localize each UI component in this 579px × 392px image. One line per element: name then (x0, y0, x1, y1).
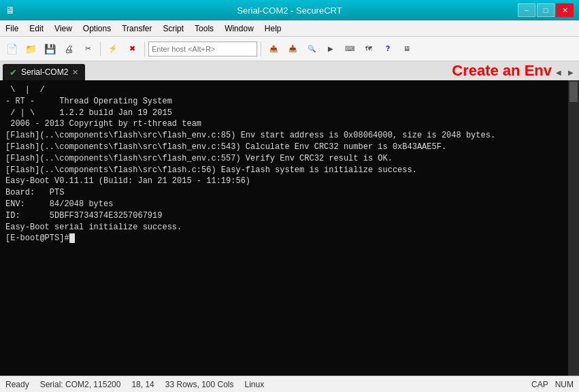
toolbar-help[interactable]: ? (379, 40, 397, 58)
menu-script[interactable]: Script (157, 20, 189, 36)
menu-options[interactable]: Options (78, 20, 116, 36)
terminal-line: [Flash](..\components\flash\src\flash_en… (5, 153, 561, 165)
terminal-cursor (69, 233, 75, 243)
toolbar-find[interactable]: 🔍 (303, 40, 320, 58)
status-cap: CAP (531, 380, 548, 389)
toolbar-map[interactable]: 🗺 (360, 40, 378, 58)
tab-checkmark: ✔ (10, 67, 17, 78)
status-ready: Ready (5, 380, 29, 389)
status-os: Linux (245, 380, 265, 389)
toolbar-open[interactable]: 📁 (22, 40, 39, 58)
toolbar-screen[interactable]: 🖥 (398, 40, 416, 58)
terminal-line: Easy-Boot V0.11.11 (Bulid: Jan 21 2015 -… (5, 176, 561, 187)
toolbar-connect[interactable]: ⚡ (104, 40, 122, 58)
toolbar-keys[interactable]: ⌨ (341, 40, 359, 58)
tab-bar: ✔ Serial-COM2 ✕ Create an Env ◀ ▶ (0, 61, 579, 80)
toolbar-print[interactable]: 🖨 (60, 40, 78, 58)
menu-window[interactable]: Window (219, 20, 259, 36)
toolbar-sep-2 (144, 42, 145, 56)
tab-nav-right[interactable]: ▶ (565, 67, 576, 78)
toolbar-disconnect[interactable]: ✖ (123, 40, 141, 58)
tab-label: Serial-COM2 (21, 67, 68, 77)
terminal-line: ID: 5DBFF3734374E3257067919 (5, 210, 561, 222)
scroll-thumb (569, 82, 578, 102)
terminal-line: / | \ 1.2.2 build Jan 19 2015 (5, 108, 561, 119)
terminal-line: - RT - Thread Operating System (5, 96, 561, 108)
scrollbar[interactable] (568, 80, 579, 376)
toolbar-sep-1 (100, 42, 101, 56)
title-bar: 🖥 Serial-COM2 - SecureCRT − □ ✕ (0, 0, 579, 20)
status-bar: Ready Serial: COM2, 115200 18, 14 33 Row… (0, 376, 579, 392)
menu-tools[interactable]: Tools (189, 20, 219, 36)
status-serial: Serial: COM2, 115200 (40, 380, 121, 389)
status-num: NUM (555, 380, 574, 389)
menu-edit[interactable]: Edit (24, 20, 49, 36)
terminal-area[interactable]: \ | /- RT - Thread Operating System / | … (0, 80, 579, 376)
status-row: 18, 14 (131, 380, 154, 389)
create-env-label: Create an Env (452, 61, 552, 80)
tab-nav-left[interactable]: ◀ (553, 67, 564, 78)
toolbar-sep-3 (261, 42, 261, 56)
title-bar-controls: − □ ✕ (518, 3, 574, 17)
toolbar-new[interactable]: 📄 (3, 40, 20, 58)
window-title: Serial-COM2 - SecureCRT (0, 5, 579, 16)
terminal-line: [E-boot@PTS]# (5, 233, 561, 244)
toolbar-sftp2[interactable]: 📥 (284, 40, 301, 58)
menu-file[interactable]: File (0, 20, 24, 36)
terminal-line: [Flash](..\components\flash\src\flash.c:… (5, 165, 561, 176)
toolbar-sftp[interactable]: 📤 (265, 40, 282, 58)
maximize-button[interactable]: □ (537, 3, 555, 17)
terminal-line: \ | / (5, 84, 561, 96)
menu-bar: File Edit View Options Transfer Script T… (0, 20, 579, 37)
status-right: CAP NUM (531, 380, 574, 389)
tab-nav: ◀ ▶ (553, 67, 576, 78)
host-input[interactable] (148, 42, 257, 56)
app-icon: 🖥 (5, 5, 15, 16)
menu-transfer[interactable]: Transfer (116, 20, 157, 36)
terminal-line: Board: PTS (5, 187, 561, 199)
terminal-line: [Flash](..\components\flash\src\flash_en… (5, 142, 561, 153)
toolbar-cut[interactable]: ✂ (79, 40, 97, 58)
tab-close-icon[interactable]: ✕ (72, 68, 78, 77)
minimize-button[interactable]: − (518, 3, 535, 17)
toolbar-macro[interactable]: ▶ (322, 40, 340, 58)
close-button[interactable]: ✕ (556, 3, 574, 17)
tab-serial-com2[interactable]: ✔ Serial-COM2 ✕ (3, 64, 85, 80)
menu-view[interactable]: View (49, 20, 78, 36)
toolbar-save[interactable]: 💾 (41, 40, 59, 58)
terminal-line: 2006 - 2013 Copyright by rt-thread team (5, 118, 561, 130)
toolbar: 📄 📁 💾 🖨 ✂ ⚡ ✖ 📤 📥 🔍 ▶ ⌨ 🗺 ? 🖥 (0, 37, 579, 61)
terminal-line: [Flash](..\components\flash\src\flash_en… (5, 130, 561, 142)
title-bar-left: 🖥 (5, 5, 15, 16)
terminal-line: ENV: 84/2048 bytes (5, 199, 561, 210)
menu-help[interactable]: Help (259, 20, 287, 36)
terminal-line: Easy-Boot serial initialize success. (5, 222, 561, 233)
status-rows-cols: 33 Rows, 100 Cols (165, 380, 234, 389)
